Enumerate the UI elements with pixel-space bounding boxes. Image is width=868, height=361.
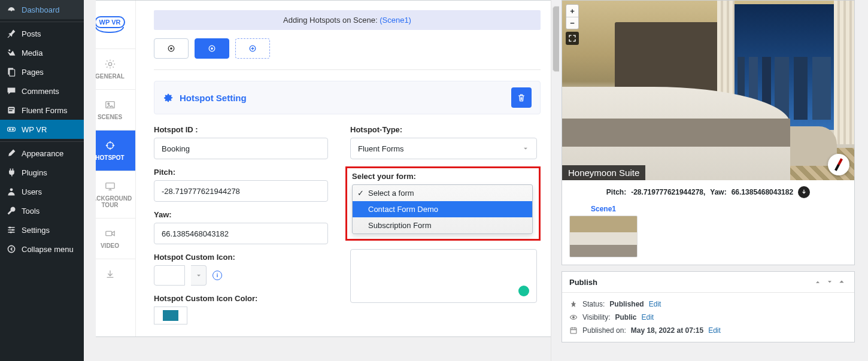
- fullscreen-button[interactable]: [566, 32, 579, 45]
- tab-video[interactable]: VIDEO: [84, 218, 135, 259]
- form-option-placeholder[interactable]: Select a form: [353, 185, 532, 201]
- media-icon: [6, 47, 17, 58]
- edit-status-link[interactable]: Edit: [649, 300, 661, 308]
- panorama-preview[interactable]: + − Honeymoon Suite: [562, 1, 854, 180]
- users-item[interactable]: Users: [0, 182, 84, 201]
- fluent-forms-label: Fluent Forms: [22, 106, 68, 115]
- tab-video-label: VIDEO: [101, 242, 119, 249]
- dashboard-item[interactable]: Dashboard: [0, 0, 84, 19]
- hotspot-slot-2[interactable]: [195, 38, 229, 59]
- hotspot-id-input[interactable]: Booking: [154, 138, 328, 159]
- svg-point-23: [211, 48, 213, 49]
- custom-icon-dropdown[interactable]: [191, 265, 207, 286]
- compass-icon[interactable]: [828, 154, 849, 175]
- copy-coords-button[interactable]: [798, 186, 810, 198]
- settings-item[interactable]: Settings: [0, 220, 84, 239]
- wpvr-label: WP VR: [22, 125, 47, 134]
- svg-rect-6: [8, 128, 16, 131]
- tab-general[interactable]: GENERAL: [84, 48, 135, 89]
- panel-up-button[interactable]: [812, 277, 823, 287]
- svg-point-11: [12, 229, 14, 230]
- yaw-label: Yaw:: [154, 210, 337, 219]
- visibility-value: Public: [615, 313, 636, 321]
- fluent-forms-item[interactable]: Fluent Forms: [0, 101, 84, 120]
- visibility-label: Visibility:: [582, 313, 610, 321]
- pitch-input[interactable]: -28.719777621944278: [154, 180, 328, 202]
- settings-label: Settings: [22, 226, 50, 235]
- scene-thumb-label: Scene1: [569, 205, 638, 213]
- tools-label: Tools: [22, 207, 40, 216]
- wpvr-item[interactable]: WP VR: [0, 120, 84, 139]
- form-select-highlight: Select your form: Select a form Contact …: [345, 166, 541, 241]
- tab-extra[interactable]: [84, 259, 135, 293]
- sliders-icon: [6, 225, 17, 235]
- comments-icon: [6, 86, 17, 96]
- tab-general-label: GENERAL: [95, 73, 125, 80]
- tab-hotspot[interactable]: HOTSPOT: [84, 130, 135, 171]
- zoom-controls: + −: [566, 4, 579, 29]
- plugins-item[interactable]: Plugins: [0, 163, 84, 182]
- video-icon: [105, 228, 116, 239]
- svg-rect-26: [570, 328, 576, 333]
- pitch-label: Pitch:: [154, 168, 337, 177]
- gear-icon: [105, 59, 116, 69]
- collapse-label: Collapse menu: [22, 245, 74, 254]
- custom-icon-box[interactable]: [154, 265, 185, 286]
- vr-icon: [6, 124, 17, 135]
- published-label: Published on:: [582, 326, 626, 335]
- form-option-subscription[interactable]: Subscription Form: [353, 217, 532, 233]
- zoom-out-button[interactable]: −: [566, 17, 578, 29]
- eye-icon: [569, 313, 578, 321]
- grammarly-icon: [518, 286, 529, 296]
- info-icon[interactable]: i: [213, 271, 222, 280]
- wpvr-logo: WP VR: [84, 1, 135, 48]
- svg-point-7: [9, 129, 10, 130]
- tools-item[interactable]: Tools: [0, 201, 84, 220]
- pin-icon: [569, 300, 578, 308]
- media-item[interactable]: Media: [0, 43, 84, 62]
- crosshair-icon: [105, 140, 116, 151]
- comments-label: Comments: [22, 87, 59, 96]
- tab-scenes[interactable]: SCENES: [84, 89, 135, 130]
- hotspot-add[interactable]: [235, 38, 270, 59]
- collapse-item[interactable]: Collapse menu: [0, 239, 84, 259]
- form-select-label: Select your form:: [352, 172, 534, 181]
- scene-notice: Adding Hotspots on Scene: (Scene1): [154, 10, 541, 30]
- scene-thumbnail[interactable]: [569, 216, 638, 257]
- svg-rect-19: [105, 231, 111, 235]
- users-icon: [6, 186, 17, 197]
- plug-icon: [6, 167, 17, 178]
- coords-display: Pitch: -28.719777621944278, Yaw: 66.1385…: [562, 180, 854, 204]
- tab-background-tour[interactable]: BACKGROUND TOUR: [84, 171, 135, 218]
- yaw-input[interactable]: 66.1385468043182: [154, 223, 328, 244]
- edit-visibility-link[interactable]: Edit: [641, 313, 654, 321]
- tab-scenes-label: SCENES: [98, 114, 122, 120]
- form-option-contact-demo[interactable]: Contact Form Demo: [353, 201, 532, 217]
- hotspot-setting-title: Hotspot Setting: [180, 93, 505, 103]
- svg-rect-18: [105, 183, 114, 189]
- custom-icon-label: Hotspot Custom Icon:: [154, 253, 337, 262]
- wrench-icon: [6, 205, 17, 216]
- edit-date-link[interactable]: Edit: [708, 326, 721, 335]
- svg-point-14: [108, 62, 111, 65]
- appearance-item[interactable]: Appearance: [0, 141, 84, 163]
- scene-link[interactable]: (Scene1): [380, 16, 411, 25]
- posts-item[interactable]: Posts: [0, 22, 84, 43]
- svg-point-9: [10, 188, 13, 191]
- zoom-in-button[interactable]: +: [566, 5, 578, 17]
- panel-down-button[interactable]: [824, 277, 835, 287]
- color-swatch[interactable]: [154, 307, 187, 324]
- hotspot-slot-1[interactable]: [154, 38, 189, 59]
- dashboard-icon: [6, 4, 17, 15]
- image-icon: [105, 99, 116, 110]
- comments-item[interactable]: Comments: [0, 81, 84, 101]
- panel-toggle-button[interactable]: [836, 277, 847, 287]
- delete-hotspot-button[interactable]: [511, 87, 532, 108]
- pages-item[interactable]: Pages: [0, 62, 84, 81]
- form-select-dropdown[interactable]: Select a form Contact Form Demo Subscrip…: [352, 184, 533, 234]
- pages-icon: [6, 66, 17, 77]
- hotspot-type-select[interactable]: Fluent Forms: [350, 138, 537, 159]
- custom-icon-color-label: Hotspot Custom Icon Color:: [154, 294, 337, 303]
- hover-content-textarea[interactable]: [350, 249, 537, 303]
- vertical-scrollbar[interactable]: [551, 0, 559, 361]
